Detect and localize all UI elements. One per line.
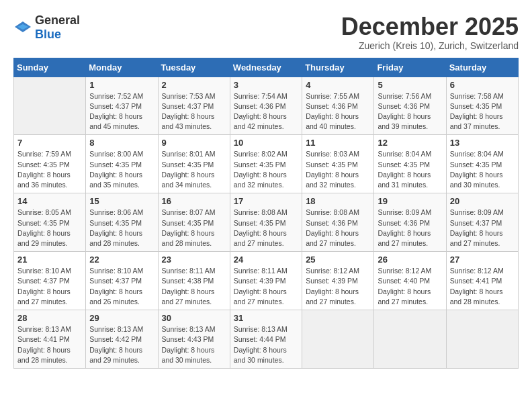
calendar-cell: 16Sunrise: 8:07 AM Sunset: 4:35 PM Dayli… [158,193,230,252]
month-title: December 2025 [341,13,519,40]
day-number: 22 [89,255,154,265]
calendar-cell: 19Sunrise: 8:09 AM Sunset: 4:36 PM Dayli… [374,193,446,252]
weekday-header-friday: Friday [374,58,446,77]
weekday-header-monday: Monday [86,58,158,77]
day-info: Sunrise: 8:11 AM Sunset: 4:38 PM Dayligh… [162,266,226,307]
day-info: Sunrise: 8:09 AM Sunset: 4:36 PM Dayligh… [378,208,442,248]
day-info: Sunrise: 8:10 AM Sunset: 4:37 PM Dayligh… [17,266,82,307]
day-number: 13 [450,138,515,148]
day-number: 5 [378,80,442,90]
day-info: Sunrise: 8:03 AM Sunset: 4:35 PM Dayligh… [306,149,370,190]
calendar-cell [446,310,518,369]
weekday-header-wednesday: Wednesday [230,58,302,77]
calendar-cell: 29Sunrise: 8:13 AM Sunset: 4:42 PM Dayli… [86,310,158,369]
day-info: Sunrise: 8:07 AM Sunset: 4:35 PM Dayligh… [162,208,226,248]
calendar-week-5: 28Sunrise: 8:13 AM Sunset: 4:41 PM Dayli… [14,310,519,369]
day-info: Sunrise: 8:09 AM Sunset: 4:37 PM Dayligh… [450,208,515,248]
calendar-cell: 3Sunrise: 7:54 AM Sunset: 4:36 PM Daylig… [230,77,302,135]
calendar-cell: 22Sunrise: 8:10 AM Sunset: 4:37 PM Dayli… [86,252,158,310]
calendar-cell: 9Sunrise: 8:01 AM Sunset: 4:35 PM Daylig… [158,135,230,193]
day-number: 14 [17,196,82,206]
calendar-week-3: 14Sunrise: 8:05 AM Sunset: 4:35 PM Dayli… [14,193,519,252]
day-info: Sunrise: 8:12 AM Sunset: 4:39 PM Dayligh… [306,266,370,307]
calendar-cell: 21Sunrise: 8:10 AM Sunset: 4:37 PM Dayli… [14,252,86,310]
calendar-cell: 5Sunrise: 7:56 AM Sunset: 4:36 PM Daylig… [374,77,446,135]
day-number: 12 [378,138,442,148]
day-number: 11 [306,138,370,148]
calendar-cell: 11Sunrise: 8:03 AM Sunset: 4:35 PM Dayli… [302,135,374,193]
day-number: 24 [234,255,298,265]
logo-blue: Blue [35,28,61,41]
day-info: Sunrise: 7:55 AM Sunset: 4:36 PM Dayligh… [306,91,370,132]
logo: General Blue [13,13,80,42]
day-number: 4 [306,80,370,90]
calendar-cell: 6Sunrise: 7:58 AM Sunset: 4:35 PM Daylig… [446,77,518,135]
day-info: Sunrise: 8:12 AM Sunset: 4:40 PM Dayligh… [378,266,442,307]
day-number: 15 [89,196,154,206]
day-number: 26 [378,255,442,265]
title-block: December 2025 Zuerich (Kreis 10), Zurich… [341,13,519,51]
day-number: 25 [306,255,370,265]
calendar-cell: 20Sunrise: 8:09 AM Sunset: 4:37 PM Dayli… [446,193,518,252]
day-number: 27 [450,255,515,265]
calendar-cell: 10Sunrise: 8:02 AM Sunset: 4:35 PM Dayli… [230,135,302,193]
day-number: 8 [89,138,154,148]
logo-text: General Blue [35,13,80,42]
day-info: Sunrise: 8:00 AM Sunset: 4:35 PM Dayligh… [89,149,154,190]
day-number: 18 [306,196,370,206]
calendar-week-4: 21Sunrise: 8:10 AM Sunset: 4:37 PM Dayli… [14,252,519,310]
day-number: 1 [89,80,154,90]
day-info: Sunrise: 8:13 AM Sunset: 4:43 PM Dayligh… [162,324,226,365]
calendar-cell [374,310,446,369]
day-number: 31 [234,313,298,323]
calendar-cell: 30Sunrise: 8:13 AM Sunset: 4:43 PM Dayli… [158,310,230,369]
day-info: Sunrise: 8:01 AM Sunset: 4:35 PM Dayligh… [162,149,226,190]
day-number: 16 [162,196,226,206]
weekday-header-tuesday: Tuesday [158,58,230,77]
day-info: Sunrise: 8:13 AM Sunset: 4:44 PM Dayligh… [234,324,298,365]
weekday-header-row: SundayMondayTuesdayWednesdayThursdayFrid… [14,58,519,77]
day-info: Sunrise: 7:56 AM Sunset: 4:36 PM Dayligh… [378,91,442,132]
day-info: Sunrise: 8:13 AM Sunset: 4:41 PM Dayligh… [17,324,82,365]
weekday-header-sunday: Sunday [14,58,86,77]
calendar-week-2: 7Sunrise: 7:59 AM Sunset: 4:35 PM Daylig… [14,135,519,193]
calendar-cell: 18Sunrise: 8:08 AM Sunset: 4:36 PM Dayli… [302,193,374,252]
weekday-header-thursday: Thursday [302,58,374,77]
calendar-cell: 17Sunrise: 8:08 AM Sunset: 4:35 PM Dayli… [230,193,302,252]
calendar-cell: 27Sunrise: 8:12 AM Sunset: 4:41 PM Dayli… [446,252,518,310]
calendar-cell: 28Sunrise: 8:13 AM Sunset: 4:41 PM Dayli… [14,310,86,369]
day-info: Sunrise: 7:54 AM Sunset: 4:36 PM Dayligh… [234,91,298,132]
calendar-cell: 24Sunrise: 8:11 AM Sunset: 4:39 PM Dayli… [230,252,302,310]
day-number: 21 [17,255,82,265]
day-number: 29 [89,313,154,323]
day-info: Sunrise: 8:13 AM Sunset: 4:42 PM Dayligh… [89,324,154,365]
day-number: 30 [162,313,226,323]
calendar-week-1: 1Sunrise: 7:52 AM Sunset: 4:37 PM Daylig… [14,77,519,135]
day-info: Sunrise: 7:53 AM Sunset: 4:37 PM Dayligh… [162,91,226,132]
day-info: Sunrise: 8:08 AM Sunset: 4:35 PM Dayligh… [234,208,298,248]
day-number: 20 [450,196,515,206]
calendar-cell: 14Sunrise: 8:05 AM Sunset: 4:35 PM Dayli… [14,193,86,252]
day-number: 28 [17,313,82,323]
logo-general: General [35,13,80,27]
calendar-cell: 25Sunrise: 8:12 AM Sunset: 4:39 PM Dayli… [302,252,374,310]
day-info: Sunrise: 7:59 AM Sunset: 4:35 PM Dayligh… [17,149,82,190]
calendar-cell: 23Sunrise: 8:11 AM Sunset: 4:38 PM Dayli… [158,252,230,310]
weekday-header-saturday: Saturday [446,58,518,77]
calendar-cell: 12Sunrise: 8:04 AM Sunset: 4:35 PM Dayli… [374,135,446,193]
day-info: Sunrise: 8:02 AM Sunset: 4:35 PM Dayligh… [234,149,298,190]
day-number: 3 [234,80,298,90]
day-info: Sunrise: 7:52 AM Sunset: 4:37 PM Dayligh… [89,91,154,132]
day-info: Sunrise: 8:10 AM Sunset: 4:37 PM Dayligh… [89,266,154,307]
day-info: Sunrise: 8:06 AM Sunset: 4:35 PM Dayligh… [89,208,154,248]
calendar-cell [14,77,86,135]
day-info: Sunrise: 8:12 AM Sunset: 4:41 PM Dayligh… [450,266,515,307]
calendar-cell [302,310,374,369]
calendar-table: SundayMondayTuesdayWednesdayThursdayFrid… [13,58,519,369]
day-info: Sunrise: 8:08 AM Sunset: 4:36 PM Dayligh… [306,208,370,248]
day-number: 23 [162,255,226,265]
calendar-cell: 26Sunrise: 8:12 AM Sunset: 4:40 PM Dayli… [374,252,446,310]
calendar-cell: 7Sunrise: 7:59 AM Sunset: 4:35 PM Daylig… [14,135,86,193]
day-number: 17 [234,196,298,206]
day-info: Sunrise: 7:58 AM Sunset: 4:35 PM Dayligh… [450,91,515,132]
